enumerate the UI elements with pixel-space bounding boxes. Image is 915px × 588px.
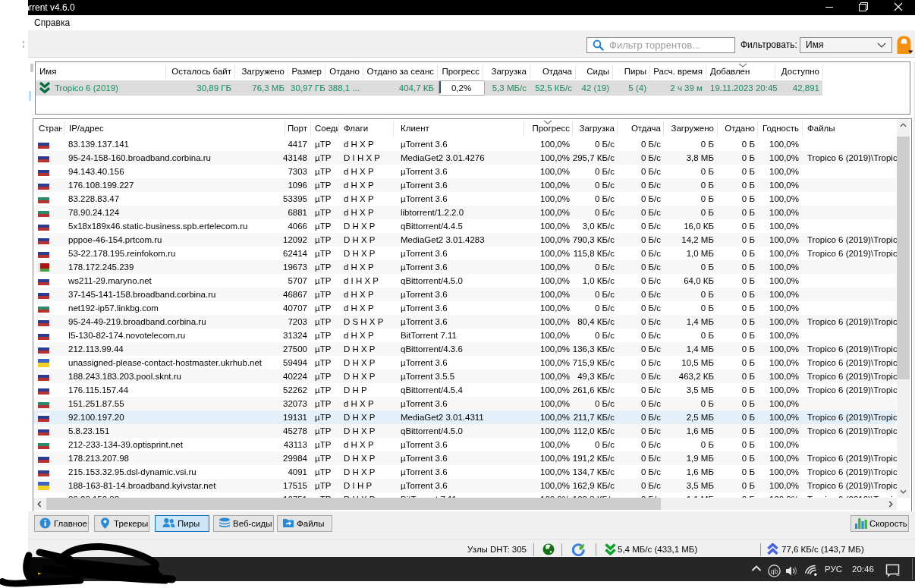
svg-text:qb: qb [771,568,778,575]
